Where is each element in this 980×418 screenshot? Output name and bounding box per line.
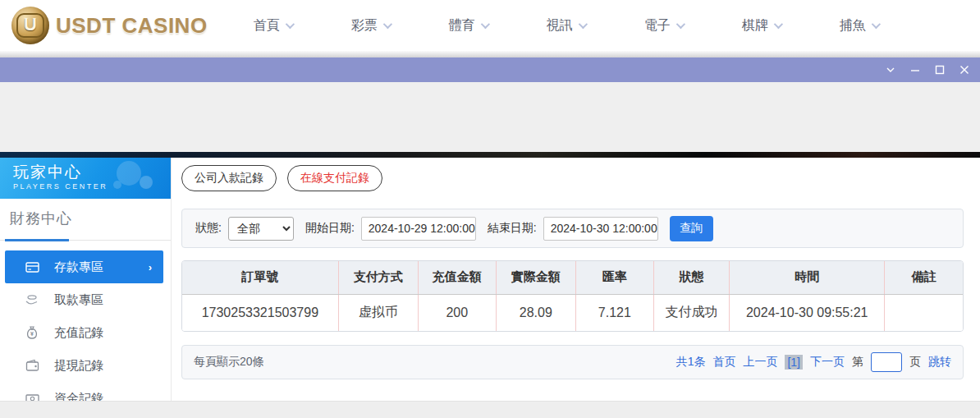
nav-label: 棋牌 [742, 17, 768, 34]
cell-time: 2024-10-30 09:55:21 [730, 294, 885, 331]
chevron-down-icon [871, 20, 880, 29]
brand-logo[interactable]: U USDT CASINO [11, 7, 208, 44]
collapse-chevron-icon[interactable] [878, 57, 903, 82]
tab-online-payment-records[interactable]: 在線支付記錄 [287, 165, 382, 191]
main-panel: 公司入款記錄 在線支付記錄 狀態: 全部 開始日期: 結束日期: 查詢 [171, 158, 980, 401]
col-payment-method: 支付方式 [338, 261, 418, 294]
sidebar-item-withdraw[interactable]: 取款專區 [0, 283, 171, 316]
nav-item-sports[interactable]: 體育 [449, 17, 488, 34]
search-button[interactable]: 查詢 [670, 216, 713, 241]
col-order-number: 訂單號 [182, 261, 338, 294]
start-date-label: 開始日期: [305, 221, 355, 236]
nav-item-home[interactable]: 首頁 [254, 17, 292, 34]
sidebar-item-label: 提現記錄 [54, 358, 103, 374]
nav-label: 彩票 [351, 17, 378, 34]
sidebar-item-withdrawal-records[interactable]: 提現記錄 [0, 349, 171, 382]
minimize-icon[interactable] [903, 57, 927, 82]
nav-item-cards[interactable]: 棋牌 [742, 17, 781, 34]
col-recharge-amount: 充值金額 [418, 261, 496, 294]
topbar-shadow [0, 51, 980, 57]
col-actual-amount: 實際金額 [496, 261, 575, 294]
cell-status: 支付成功 [653, 294, 729, 331]
end-date-input[interactable] [543, 217, 658, 241]
end-date-label: 結束日期: [488, 221, 537, 236]
nav-label: 捕魚 [840, 17, 866, 34]
chevron-down-icon [382, 20, 392, 29]
nav-label: 體育 [449, 17, 475, 34]
next-page-link[interactable]: 下一页 [810, 355, 845, 370]
sidebar-item-label: 存款專區 [54, 260, 103, 275]
chevron-down-icon [578, 20, 587, 29]
per-page-label: 每頁顯示20條 [194, 355, 264, 370]
jump-prefix-label: 第 [852, 355, 863, 370]
brand-name: USDT CASINO [56, 13, 208, 39]
svg-text:¥: ¥ [30, 331, 34, 337]
col-status: 狀態 [653, 261, 729, 294]
record-tabs: 公司入款記錄 在線支付記錄 [181, 165, 964, 191]
nav-label: 電子 [644, 17, 671, 34]
total-count: 共1条 [676, 355, 706, 370]
banner-area [0, 82, 980, 152]
cell-exchange-rate: 7.121 [575, 294, 653, 331]
chevron-down-icon [480, 20, 489, 29]
content-region: 玩家中心 PLAYERS CENTER 財務中心 存款專區 › [0, 158, 980, 401]
sidebar-item-label: 充值記錄 [54, 325, 103, 341]
cell-payment-method: 虚拟币 [338, 294, 418, 331]
filter-bar: 狀態: 全部 開始日期: 結束日期: 查詢 [181, 209, 964, 248]
pagination-bar: 每頁顯示20條 共1条 首页 上一页 [1] 下一页 第 页 跳转 [181, 345, 964, 379]
close-icon[interactable] [952, 57, 977, 82]
first-page-link[interactable]: 首页 [712, 355, 735, 370]
nav-label: 視訊 [547, 17, 573, 34]
prev-page-link[interactable]: 上一页 [743, 355, 777, 370]
banner-bottom-edge [0, 152, 980, 158]
col-remark: 備註 [885, 261, 963, 294]
sidebar-subtitle: PLAYERS CENTER [13, 182, 171, 191]
col-exchange-rate: 匯率 [575, 261, 653, 294]
jump-suffix-label: 页 [909, 355, 921, 370]
sidebar-menu: 存款專區 › 取款專區 ¥ 充值記錄 [0, 241, 171, 415]
page: U USDT CASINO 首頁 彩票 體育 視訊 電子 [0, 0, 980, 418]
chevron-down-icon [773, 20, 782, 29]
logo-ball-icon: U [11, 7, 49, 44]
top-navbar: U USDT CASINO 首頁 彩票 體育 視訊 電子 [0, 0, 980, 51]
deposit-card-icon [25, 260, 39, 274]
tab-company-deposit-records[interactable]: 公司入款記錄 [181, 165, 277, 191]
nav-item-fishing[interactable]: 捕魚 [840, 17, 878, 34]
nav-label: 首頁 [254, 17, 280, 34]
chevron-right-icon: › [149, 261, 152, 273]
jump-action-link[interactable]: 跳转 [928, 355, 951, 370]
start-date-input[interactable] [361, 217, 476, 241]
nav-item-live[interactable]: 視訊 [547, 17, 585, 34]
current-page-badge: [1] [785, 355, 803, 370]
money-bag-icon: ¥ [25, 325, 39, 340]
sidebar-item-label: 取款專區 [54, 292, 103, 308]
sidebar: 玩家中心 PLAYERS CENTER 財務中心 存款專區 › [0, 158, 171, 401]
main-nav: 首頁 彩票 體育 視訊 電子 棋牌 [254, 17, 937, 34]
withdraw-hand-icon [25, 292, 39, 307]
section-label: 財務中心 [10, 210, 72, 227]
status-label: 狀態: [195, 221, 222, 236]
status-select[interactable]: 全部 [228, 217, 294, 241]
cell-actual-amount: 28.09 [496, 294, 575, 331]
cell-recharge-amount: 200 [418, 294, 496, 331]
wallet-icon [25, 358, 39, 373]
cell-order-number: 1730253321503799 [182, 294, 338, 331]
sidebar-item-recharge-records[interactable]: ¥ 充值記錄 [0, 316, 171, 349]
finance-center-section: 財務中心 [0, 199, 171, 241]
window-titlebar [0, 57, 980, 82]
table-row: 1730253321503799 虚拟币 200 28.09 7.121 支付成… [182, 294, 963, 331]
chevron-down-icon [675, 20, 685, 29]
players-center-header: 玩家中心 PLAYERS CENTER [0, 158, 171, 199]
col-time: 時間 [730, 261, 885, 294]
nav-item-lottery[interactable]: 彩票 [351, 17, 390, 34]
chevron-down-icon [285, 20, 294, 29]
page-jump-input[interactable] [871, 352, 902, 372]
footer-strip [0, 401, 980, 418]
pager-controls: 共1条 首页 上一页 [1] 下一页 第 页 跳转 [676, 352, 951, 372]
nav-item-slots[interactable]: 電子 [644, 17, 683, 34]
records-table: 訂單號 支付方式 充值金額 實際金額 匯率 狀態 時間 備註 173025332 [181, 260, 964, 332]
cell-remark [885, 294, 963, 331]
maximize-icon[interactable] [927, 57, 952, 82]
sidebar-item-deposit[interactable]: 存款專區 › [5, 250, 163, 283]
logo-letter: U [16, 13, 44, 38]
